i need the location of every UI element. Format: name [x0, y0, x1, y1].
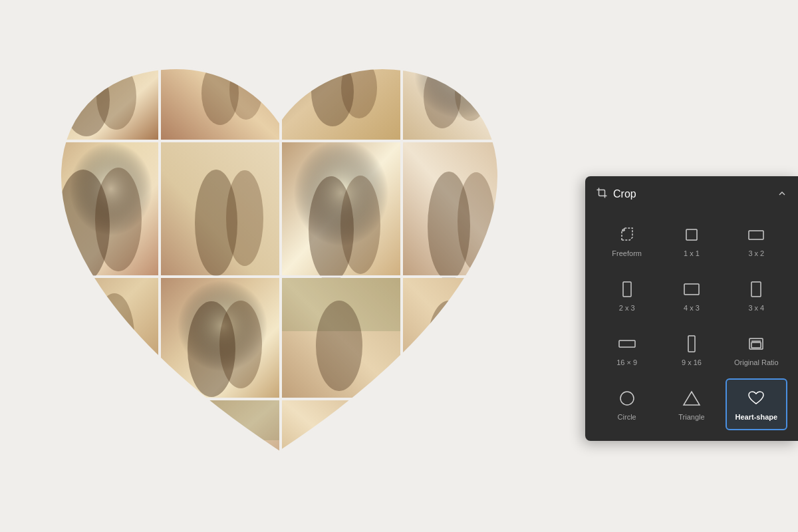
svg-rect-1 [40, 33, 158, 140]
circle-icon [618, 388, 636, 409]
svg-rect-60 [684, 284, 699, 295]
svg-point-22 [226, 170, 263, 266]
crop-panel: Crop Freeform [585, 176, 798, 441]
crop-option-triangle[interactable]: Triangle [660, 378, 722, 430]
4x3-icon [682, 279, 701, 300]
svg-point-47 [319, 419, 359, 496]
crop-option-label: 2 x 3 [619, 304, 635, 312]
svg-rect-62 [619, 340, 635, 347]
crop-option-label: 1 x 1 [684, 249, 700, 257]
svg-point-25 [309, 176, 354, 283]
svg-point-14 [424, 65, 461, 128]
crop-option-label: 4 x 3 [684, 304, 700, 312]
crop-option-label: Triangle [678, 413, 704, 421]
original-icon [747, 333, 765, 354]
svg-point-4 [63, 63, 110, 136]
svg-point-8 [229, 60, 263, 120]
3x2-icon [747, 224, 765, 245]
svg-marker-68 [684, 392, 700, 405]
svg-rect-9 [282, 33, 400, 140]
svg-point-26 [340, 176, 380, 274]
svg-rect-34 [161, 278, 279, 398]
svg-rect-59 [623, 282, 631, 297]
svg-rect-23 [282, 142, 400, 275]
svg-point-7 [201, 61, 239, 125]
crop-option-3x2[interactable]: 3 x 2 [726, 215, 787, 267]
svg-point-21 [195, 170, 237, 276]
svg-rect-33 [161, 278, 279, 398]
crop-option-16x9[interactable]: 16 × 9 [596, 324, 658, 376]
panel-title: Crop [613, 188, 636, 200]
svg-point-5 [96, 63, 136, 130]
crop-option-label: 3 x 4 [748, 304, 764, 312]
svg-rect-37 [282, 278, 400, 398]
svg-rect-12 [403, 33, 519, 140]
svg-point-48 [348, 419, 383, 488]
crop-option-label: Circle [618, 413, 636, 421]
triangle-icon [682, 388, 701, 409]
svg-rect-16 [40, 142, 158, 275]
1x1-icon [682, 224, 701, 245]
crop-option-label: Original Ratio [734, 358, 779, 366]
svg-point-67 [620, 392, 634, 405]
svg-point-42 [458, 301, 495, 380]
crop-option-label: 9 x 16 [682, 358, 702, 366]
panel-collapse-button[interactable] [777, 188, 787, 201]
svg-point-18 [57, 170, 110, 283]
svg-rect-44 [161, 400, 279, 440]
crop-option-label: Heart-shape [735, 413, 778, 421]
heart-icon [747, 388, 765, 409]
svg-point-35 [188, 301, 235, 397]
3x4-icon [747, 279, 765, 300]
svg-point-39 [316, 301, 362, 391]
svg-rect-58 [749, 231, 763, 239]
svg-rect-63 [688, 336, 695, 352]
crop-option-4x3[interactable]: 4 x 3 [660, 269, 722, 321]
crop-option-3x4[interactable]: 3 x 4 [726, 269, 787, 321]
crop-option-label: Freeform [612, 249, 642, 257]
svg-rect-61 [751, 282, 761, 297]
svg-point-28 [428, 172, 470, 281]
svg-rect-30 [40, 278, 158, 398]
svg-point-32 [94, 293, 134, 378]
crop-option-circle[interactable]: Circle [596, 378, 658, 430]
svg-rect-40 [403, 278, 519, 398]
svg-rect-13 [403, 33, 519, 140]
freeform-icon [618, 224, 636, 245]
svg-rect-43 [161, 400, 279, 499]
svg-rect-6 [161, 33, 279, 140]
crop-option-label: 16 × 9 [616, 358, 637, 366]
crop-option-2x3[interactable]: 2 x 3 [596, 269, 658, 321]
crop-options-grid: Freeform 1 x 1 3 x 2 [596, 215, 787, 430]
svg-point-31 [61, 293, 109, 386]
crop-option-original[interactable]: Original Ratio [726, 324, 787, 376]
svg-rect-0 [40, 33, 519, 499]
svg-point-10 [311, 57, 354, 126]
crop-header-icon [596, 187, 608, 201]
panel-title-area: Crop [596, 187, 636, 201]
crop-option-9x16[interactable]: 9 x 16 [660, 324, 722, 376]
svg-rect-3 [40, 33, 158, 140]
svg-rect-66 [751, 342, 761, 348]
svg-point-41 [428, 301, 470, 388]
16x9-icon [618, 333, 636, 354]
svg-rect-2 [41, 35, 157, 138]
svg-rect-17 [40, 142, 158, 275]
svg-rect-27 [403, 142, 519, 275]
svg-rect-46 [282, 400, 400, 499]
svg-point-11 [341, 57, 377, 118]
svg-point-29 [458, 172, 495, 271]
crop-option-1x1[interactable]: 1 x 1 [660, 215, 722, 267]
crop-option-freeform[interactable]: Freeform [596, 215, 658, 267]
svg-point-15 [455, 65, 487, 121]
svg-rect-20 [161, 142, 279, 275]
svg-rect-38 [282, 278, 400, 331]
svg-point-36 [219, 301, 262, 388]
svg-rect-24 [282, 142, 400, 275]
svg-rect-57 [686, 229, 697, 240]
crop-option-heart[interactable]: Heart-shape [726, 378, 787, 430]
9x16-icon [682, 333, 701, 354]
svg-point-45 [197, 419, 239, 499]
heart-collage [40, 33, 519, 499]
2x3-icon [618, 279, 636, 300]
